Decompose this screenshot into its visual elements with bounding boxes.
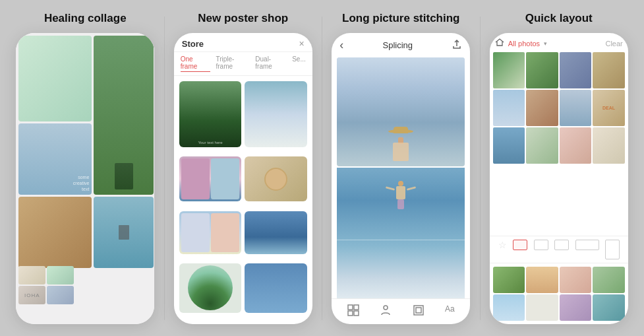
album-chevron[interactable]: ▾ bbox=[544, 40, 547, 47]
poster-tabs: One frame Triple-frame Dual-frame Se... bbox=[174, 52, 312, 76]
layout-header: All photos ▾ Clear bbox=[490, 33, 628, 52]
collage-cell-teal bbox=[94, 197, 154, 268]
phone-healing-collage: somecreativetext ★ ★ △ ∙ ∙ ∙ ∙ bbox=[16, 33, 154, 324]
preview-plant[interactable] bbox=[493, 267, 525, 293]
frame-icon-1[interactable] bbox=[513, 240, 527, 250]
section-healing-collage: Healing collage somecreativetext bbox=[7, 12, 164, 324]
stitch-share-icon[interactable] bbox=[452, 39, 462, 51]
svg-rect-0 bbox=[348, 305, 353, 310]
poster-tab-triple[interactable]: Triple-frame bbox=[216, 55, 250, 72]
phone-stitching: ‹ Splicing bbox=[332, 33, 470, 324]
frame-icon-5[interactable] bbox=[605, 240, 620, 259]
phone-quick-layout: All photos ▾ Clear DEAL bbox=[490, 33, 628, 324]
layout-photo-bike[interactable] bbox=[526, 127, 558, 164]
stitch-toolbar: Aa bbox=[332, 298, 470, 324]
layout-photo-cactus[interactable] bbox=[493, 52, 525, 88]
star-icon: ☆ bbox=[498, 240, 507, 259]
poster-tab-more[interactable]: Se... bbox=[292, 55, 306, 72]
stitch-content: ‹ Splicing bbox=[332, 33, 470, 324]
collage-bottom-overlay: IOHA bbox=[18, 266, 74, 304]
stitch-photo-bottom bbox=[337, 168, 465, 298]
stitch-tool-grid[interactable] bbox=[347, 304, 359, 319]
poster-close-icon[interactable]: × bbox=[299, 38, 305, 49]
layout-frames: ☆ bbox=[490, 236, 628, 263]
svg-rect-3 bbox=[354, 311, 359, 316]
poster-item-mist[interactable] bbox=[245, 81, 307, 147]
svg-point-4 bbox=[384, 306, 388, 310]
layout-photo-vase[interactable] bbox=[593, 52, 625, 88]
frame-icon-3[interactable] bbox=[554, 240, 569, 250]
layout-photo-grid: DEAL bbox=[490, 52, 628, 236]
layout-photo-sky[interactable] bbox=[493, 90, 525, 126]
collage-cell-leaf bbox=[94, 36, 154, 195]
section-quick-layout: Quick layout All photos ▾ Clear bbox=[481, 12, 638, 324]
preview-plain[interactable] bbox=[526, 294, 558, 321]
section-title-stitch: Long picture stitching bbox=[342, 12, 460, 25]
stitch-title: Splicing bbox=[382, 40, 413, 50]
svg-rect-2 bbox=[348, 311, 353, 316]
layout-photo-pink[interactable] bbox=[560, 127, 592, 164]
stitch-photos-area bbox=[332, 57, 470, 298]
collage-cell-sky: somecreativetext bbox=[18, 123, 92, 195]
poster-item-forest[interactable]: Your text here bbox=[179, 81, 242, 147]
poster-store-title: Store bbox=[182, 39, 204, 49]
layout-preview-grid bbox=[490, 263, 628, 324]
preview-teal[interactable] bbox=[593, 294, 625, 321]
preview-purple[interactable] bbox=[560, 294, 592, 321]
collage-cell-mint bbox=[18, 36, 92, 121]
poster-item-skyblue[interactable] bbox=[245, 263, 307, 313]
collage-cell-tan bbox=[18, 197, 92, 268]
preview-pink[interactable] bbox=[560, 267, 592, 293]
layout-photo-people[interactable] bbox=[526, 90, 558, 126]
poster-item-palms[interactable] bbox=[179, 263, 242, 313]
phone-poster-shop: Store × One frame Triple-frame Dual-fram… bbox=[174, 33, 312, 324]
poster-tab-one-frame[interactable]: One frame bbox=[181, 55, 211, 72]
stitch-header: ‹ Splicing bbox=[332, 33, 470, 57]
clear-button[interactable]: Clear bbox=[605, 40, 622, 48]
stitch-back-icon[interactable]: ‹ bbox=[339, 38, 343, 52]
poster-item-food[interactable] bbox=[245, 156, 307, 201]
section-title-poster: New poster shop bbox=[198, 12, 288, 25]
poster-item-pink-mtn[interactable] bbox=[179, 156, 242, 201]
section-title-layout: Quick layout bbox=[525, 12, 593, 25]
layout-photo-surf[interactable] bbox=[493, 127, 525, 164]
frame-icon-2[interactable] bbox=[534, 240, 548, 250]
stitch-tool-frame[interactable] bbox=[413, 304, 424, 319]
preview-green[interactable] bbox=[593, 267, 625, 293]
poster-item-sea[interactable] bbox=[245, 211, 307, 254]
layout-photo-plant[interactable] bbox=[526, 52, 558, 88]
stitch-photo-top bbox=[337, 57, 465, 166]
section-long-picture: Long picture stitching ‹ Splicing bbox=[322, 12, 480, 324]
stitch-tool-person[interactable] bbox=[380, 304, 392, 319]
home-icon[interactable] bbox=[495, 38, 504, 49]
section-title-healing: Healing collage bbox=[44, 12, 127, 25]
svg-rect-1 bbox=[354, 305, 359, 310]
stitch-tool-text[interactable]: Aa bbox=[445, 304, 455, 319]
preview-sky[interactable] bbox=[493, 294, 525, 321]
layout-photo-misc[interactable] bbox=[593, 127, 625, 164]
layout-photo-board[interactable] bbox=[560, 90, 592, 126]
main-container: Healing collage somecreativetext bbox=[0, 0, 644, 336]
preview-sunset[interactable] bbox=[526, 267, 558, 293]
album-label[interactable]: All photos bbox=[508, 40, 540, 48]
poster-tab-dual[interactable]: Dual-frame bbox=[255, 55, 287, 72]
layout-header-left: All photos ▾ bbox=[495, 38, 547, 49]
poster-header: Store × bbox=[174, 33, 312, 52]
layout-photo-table[interactable]: DEAL bbox=[593, 90, 625, 126]
layout-content: All photos ▾ Clear DEAL bbox=[490, 33, 628, 324]
layout-photo-building[interactable] bbox=[560, 52, 592, 88]
svg-rect-5 bbox=[414, 306, 423, 315]
poster-item-beach[interactable] bbox=[179, 211, 242, 254]
frame-icon-4[interactable] bbox=[575, 240, 599, 250]
svg-rect-6 bbox=[416, 308, 421, 313]
section-poster-shop: New poster shop Store × One frame Triple… bbox=[165, 12, 322, 324]
poster-image-grid: Your text here bbox=[174, 76, 312, 324]
poster-content: Store × One frame Triple-frame Dual-fram… bbox=[174, 33, 312, 324]
